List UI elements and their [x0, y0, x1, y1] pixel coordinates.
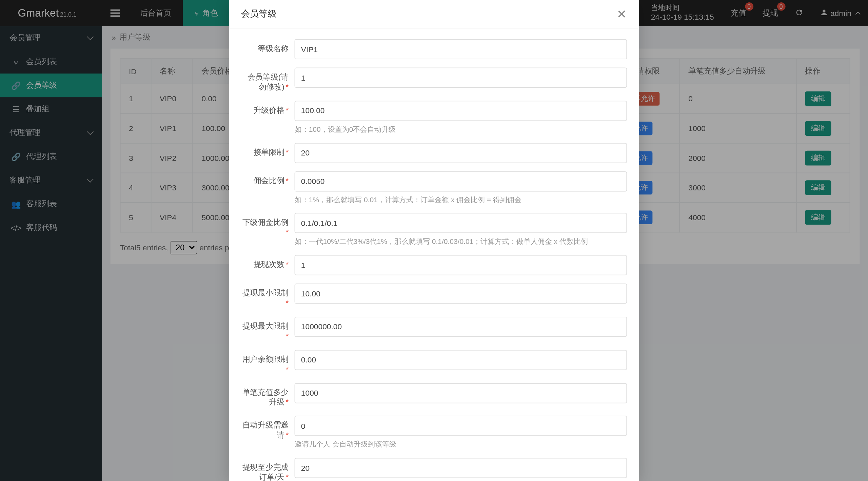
field-wrap [295, 350, 627, 375]
close-icon[interactable]: ✕ [617, 8, 627, 20]
form-row-recharge_auto: 单笔充值多少升级* [241, 383, 627, 407]
required-mark: * [285, 298, 289, 307]
input-level_name[interactable] [295, 39, 627, 60]
modal-body: 等级名称会员等级(请勿修改)*升级价格*如：100，设置为0不会自动升级接单限制… [229, 28, 639, 481]
input-withdraw_min_orders[interactable] [295, 458, 627, 478]
form-row-withdraw_min_orders: 提现至少完成订单/天*提现需要完成 几笔订单才开提现 / 天 [241, 458, 627, 481]
field-wrap [295, 143, 627, 163]
required-mark: * [285, 82, 289, 91]
field-help: 邀请几个人 会自动升级到该等级 [295, 440, 627, 449]
field-label: 等级名称 [241, 39, 295, 60]
input-auto_upgrade_invite[interactable] [295, 416, 627, 436]
field-wrap: 如：1%，那么就填写 0.01，计算方式：订单金额 x 佣金比例 = 得到佣金 [295, 171, 627, 205]
form-row-auto_upgrade_invite: 自动升级需邀请*邀请几个人 会自动升级到该等级 [241, 416, 627, 449]
form-row-commission: 佣金比例*如：1%，那么就填写 0.01，计算方式：订单金额 x 佣金比例 = … [241, 171, 627, 205]
input-sub_commission[interactable] [295, 213, 627, 233]
input-upgrade_price[interactable] [295, 101, 627, 121]
field-wrap [295, 383, 627, 407]
field-label: 提现最大限制* [241, 317, 295, 341]
field-wrap: 如：一代10%/二代3%/3代1%，那么就填写 0.1/0.03/0.01；计算… [295, 213, 627, 247]
field-wrap: 如：100，设置为0不会自动升级 [295, 101, 627, 134]
input-recharge_auto[interactable] [295, 383, 627, 403]
form-row-balance_limit: 用户余额限制* [241, 350, 627, 375]
required-mark: * [285, 331, 289, 340]
input-member_level[interactable] [295, 68, 627, 88]
required-mark: * [285, 473, 289, 481]
field-wrap [295, 317, 627, 341]
form-row-level_name: 等级名称 [241, 39, 627, 60]
required-mark: * [285, 228, 289, 237]
field-wrap [295, 39, 627, 60]
field-label: 佣金比例* [241, 171, 295, 205]
input-withdraw_min[interactable] [295, 284, 627, 304]
required-mark: * [285, 431, 289, 439]
field-label: 会员等级(请勿修改)* [241, 68, 295, 92]
field-help: 如：100，设置为0不会自动升级 [295, 124, 627, 134]
required-mark: * [285, 260, 289, 269]
input-withdraw_count[interactable] [295, 255, 627, 275]
modal-header: 会员等级 ✕ [229, 0, 639, 28]
field-wrap [295, 284, 627, 308]
input-commission[interactable] [295, 171, 627, 191]
field-wrap: 提现需要完成 几笔订单才开提现 / 天 [295, 458, 627, 481]
form-row-withdraw_min: 提现最小限制* [241, 284, 627, 308]
input-balance_limit[interactable] [295, 350, 627, 370]
field-label: 自动升级需邀请* [241, 416, 295, 449]
form-row-sub_commission: 下级佣金比例*如：一代10%/二代3%/3代1%，那么就填写 0.1/0.03/… [241, 213, 627, 247]
required-mark: * [285, 364, 289, 373]
required-mark: * [285, 176, 289, 185]
field-label: 下级佣金比例* [241, 213, 295, 247]
required-mark: * [285, 105, 289, 114]
field-label: 升级价格* [241, 101, 295, 134]
modal-title: 会员等级 [241, 8, 277, 20]
form-row-withdraw_count: 提现次数* [241, 255, 627, 275]
field-help: 如：1%，那么就填写 0.01，计算方式：订单金额 x 佣金比例 = 得到佣金 [295, 195, 627, 205]
required-mark: * [285, 398, 289, 406]
field-label: 提现至少完成订单/天* [241, 458, 295, 481]
field-wrap: 邀请几个人 会自动升级到该等级 [295, 416, 627, 449]
form-row-order_limit: 接单限制* [241, 143, 627, 163]
field-label: 用户余额限制* [241, 350, 295, 375]
form-row-member_level: 会员等级(请勿修改)* [241, 68, 627, 92]
field-wrap [295, 255, 627, 275]
input-order_limit[interactable] [295, 143, 627, 163]
field-label: 提现次数* [241, 255, 295, 275]
field-label: 提现最小限制* [241, 284, 295, 308]
field-help: 如：一代10%/二代3%/3代1%，那么就填写 0.1/0.03/0.01；计算… [295, 237, 627, 247]
edit-level-modal: 会员等级 ✕ 等级名称会员等级(请勿修改)*升级价格*如：100，设置为0不会自… [229, 0, 639, 481]
input-withdraw_max[interactable] [295, 317, 627, 337]
required-mark: * [285, 147, 289, 156]
field-label: 接单限制* [241, 143, 295, 163]
form-row-upgrade_price: 升级价格*如：100，设置为0不会自动升级 [241, 101, 627, 134]
form-row-withdraw_max: 提现最大限制* [241, 317, 627, 341]
field-wrap [295, 68, 627, 92]
field-label: 单笔充值多少升级* [241, 383, 295, 407]
